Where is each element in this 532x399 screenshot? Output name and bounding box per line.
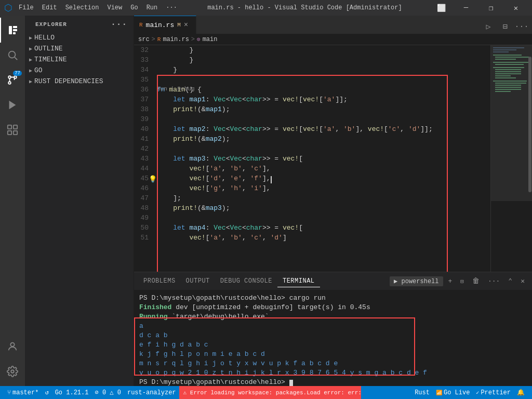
more-panel-button[interactable]: ··· <box>485 276 503 286</box>
status-prettier[interactable]: ✓ Prettier <box>473 386 514 399</box>
status-language[interactable]: Rust <box>411 386 433 399</box>
sidebar-item-timeline[interactable]: ▶ TIMELINE <box>25 54 134 65</box>
status-sync[interactable]: ↺ <box>42 386 51 399</box>
terminal-panel: PROBLEMS OUTPUT DEBUG CONSOLE TERMINAL ▶… <box>134 272 532 386</box>
menu-file[interactable]: File <box>16 3 37 12</box>
svg-rect-26 <box>495 71 521 72</box>
scrollbar-thumb[interactable] <box>528 57 531 193</box>
layout-icon[interactable]: ⬜ <box>429 0 453 16</box>
run-debug-activity[interactable] <box>0 92 25 117</box>
menu-selection[interactable]: Selection <box>62 3 102 12</box>
split-editor-icon[interactable]: ⊟ <box>498 19 512 34</box>
source-control-activity[interactable]: 77 <box>0 68 25 92</box>
panel-close-button[interactable]: ✕ <box>517 276 528 286</box>
sidebar-label-rust-deps: RUST DEPENDENCIES <box>34 77 103 85</box>
status-go-live[interactable]: 📶 Go Live <box>433 386 473 399</box>
status-branch[interactable]: ⑂ master* <box>4 386 42 399</box>
status-rust-analyzer[interactable]: rust-analyzer <box>124 386 179 399</box>
menu-view[interactable]: View <box>104 3 125 12</box>
more-actions-icon[interactable]: ··· <box>514 19 529 34</box>
svg-rect-18 <box>493 51 509 52</box>
go-live-label: Go Live <box>444 389 470 396</box>
menu-edit[interactable]: Edit <box>39 3 60 12</box>
terminal-content[interactable]: PS D:\mysetup\gopath\rustcode\hello> car… <box>134 290 532 386</box>
window-controls: ⬜ ─ ❐ ✕ <box>429 0 528 16</box>
svg-rect-12 <box>8 131 11 135</box>
sidebar-item-outline[interactable]: ▶ OUTLINE <box>25 43 134 54</box>
status-go-version[interactable]: Go 1.21.1 <box>52 386 92 399</box>
sidebar-item-go[interactable]: ▶ GO <box>25 65 134 76</box>
status-errors[interactable]: ⊘ 0 △ 0 <box>91 386 124 399</box>
status-notifications[interactable]: 🔔 <box>514 386 528 399</box>
svg-rect-21 <box>495 59 516 60</box>
arrow-icon: ▶ <box>29 35 32 41</box>
svg-rect-25 <box>495 69 521 70</box>
rust-analyzer-label: rust-analyzer <box>127 389 176 396</box>
svg-point-4 <box>9 51 16 58</box>
tab-problems[interactable]: PROBLEMS <box>138 275 181 287</box>
add-terminal-button[interactable]: + <box>445 276 456 286</box>
git-branch-icon: ⑂ <box>7 389 11 396</box>
minimap-scrollbar[interactable] <box>527 45 531 272</box>
breadcrumb-file[interactable]: main.rs <box>163 36 189 43</box>
close-button[interactable]: ✕ <box>504 0 528 16</box>
vscode-logo: ⬡ <box>4 2 12 14</box>
run-debug-link[interactable]: Run | Debug <box>157 84 195 94</box>
terminal-line-10: PS D:\mysetup\gopath\rustcode\hello> <box>139 378 527 386</box>
svg-rect-3 <box>13 32 16 34</box>
editor-tab-main-rs[interactable]: R main.rs M × <box>134 16 196 34</box>
code-line-50: 50 let map4: Vec<Vec<char>> = vec![ <box>134 223 490 233</box>
account-activity[interactable] <box>0 334 25 359</box>
tab-close-button[interactable]: × <box>184 21 188 29</box>
svg-rect-23 <box>495 64 524 65</box>
svg-rect-33 <box>495 87 521 88</box>
split-terminal-button[interactable]: ⊟ <box>457 277 467 286</box>
sidebar-item-rust-deps[interactable]: ▶ RUST DEPENDENCIES <box>25 76 134 87</box>
breadcrumb-icon: R <box>157 36 161 43</box>
rust-file-icon: R <box>139 22 143 28</box>
svg-rect-11 <box>14 125 17 129</box>
terminal-line-3: Running `target\debug\hello.exe` <box>139 312 527 322</box>
editor-actions: ▷ ⊟ ··· <box>481 19 532 34</box>
sidebar-label-go: GO <box>34 66 43 74</box>
arrow-icon: ▶ <box>29 68 32 74</box>
terminal-line-4: a <box>139 322 527 331</box>
breadcrumb-function[interactable]: main <box>203 36 218 43</box>
activity-bar: 77 <box>0 16 25 386</box>
terminal-label-tag: ▶ powershell <box>390 276 443 286</box>
svg-line-5 <box>15 57 17 60</box>
minimize-button[interactable]: ─ <box>454 0 478 16</box>
tab-output[interactable]: OUTPUT <box>181 275 215 287</box>
tab-debug-console[interactable]: DEBUG CONSOLE <box>215 275 277 287</box>
sidebar-item-hello[interactable]: ▶ HELLO <box>25 32 134 43</box>
menu-more[interactable]: ··· <box>163 3 180 12</box>
source-control-badge: 77 <box>13 71 22 76</box>
sidebar: EXPLORER ··· ▶ HELLO ▶ OUTLINE ▶ TIMELIN… <box>25 16 134 386</box>
tab-terminal[interactable]: TERMINAL <box>277 275 320 287</box>
menu-run[interactable]: Run <box>143 3 161 12</box>
panel-maximize-button[interactable]: ⌃ <box>505 276 515 286</box>
terminal-line-2: Finished dev [unoptimized + debuginfo] t… <box>139 303 527 312</box>
settings-activity[interactable] <box>0 359 25 384</box>
sidebar-more[interactable]: ··· <box>111 20 127 29</box>
kill-terminal-button[interactable]: 🗑 <box>469 276 483 286</box>
menu-go[interactable]: Go <box>127 3 141 12</box>
maximize-button[interactable]: ❐ <box>479 0 503 16</box>
search-activity[interactable] <box>0 43 25 68</box>
extensions-activity[interactable] <box>0 117 25 142</box>
signal-icon: 📶 <box>436 390 442 396</box>
content-area: R main.rs M × ▷ ⊟ ··· src > R main.rs > … <box>134 16 532 386</box>
minimap[interactable] <box>490 45 532 272</box>
breadcrumb-src[interactable]: src <box>138 36 150 43</box>
explorer-activity[interactable] <box>0 18 25 43</box>
status-error-message[interactable]: ⚠ Error loading workspace: packages.Load… <box>179 386 361 399</box>
terminal-line-6: e f i h g d a b c <box>139 340 527 350</box>
code-editor[interactable]: 32 } 33 } 34 } 35 <box>134 45 490 272</box>
code-line-32: 32 } <box>134 45 490 55</box>
breadcrumb-sep1: > <box>152 36 155 43</box>
code-lines: 32 } 33 } 34 } 35 <box>134 45 490 243</box>
code-line-38: 38 print!(&map1); <box>134 104 490 114</box>
sidebar-label-timeline: TIMELINE <box>34 56 66 63</box>
run-icon[interactable]: ▷ <box>481 19 496 34</box>
code-line-39: 39 <box>134 114 490 124</box>
